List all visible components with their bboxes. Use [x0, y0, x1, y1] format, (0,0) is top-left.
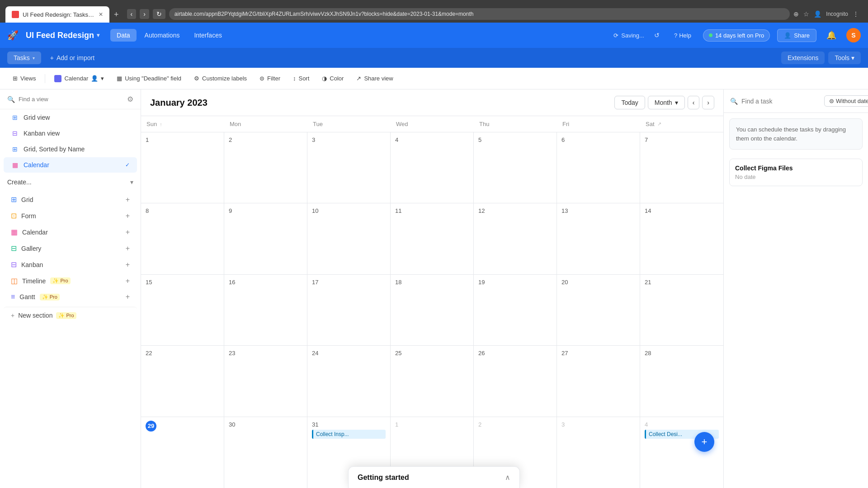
fab-button[interactable]: + [694, 432, 714, 452]
today-button[interactable]: Today [614, 96, 645, 109]
cal-cell-jan10[interactable]: 10 [307, 203, 391, 274]
cal-cell-jan11[interactable]: 11 [391, 203, 474, 274]
cal-cell-feb3[interactable]: 3 [557, 417, 640, 488]
filter-button[interactable]: ⊜ Filter [254, 72, 286, 84]
toast-collapse-icon[interactable]: ∧ [505, 473, 510, 482]
sidebar-gear-icon[interactable]: ⚙ [127, 95, 133, 103]
getting-started-toast[interactable]: Getting started ∧ [348, 466, 520, 488]
color-button[interactable]: ◑ Color [316, 72, 349, 84]
day-sort-icon-sun[interactable]: ↑ [160, 122, 162, 127]
sidebar-item-kanban-view[interactable]: ⊟ Kanban view [4, 126, 137, 141]
sort-button[interactable]: ↕ Sort [288, 72, 315, 84]
create-gantt-plus-icon[interactable]: + [126, 293, 130, 301]
cal-cell-jan8[interactable]: 8 [141, 203, 224, 274]
create-gantt-button[interactable]: ≡ Gantt ✨ Pro + [4, 289, 137, 305]
create-grid-plus-icon[interactable]: + [126, 196, 130, 204]
cal-cell-jan6[interactable]: 6 [557, 132, 640, 203]
avatar[interactable]: S [846, 28, 861, 42]
share-button[interactable]: 👤 Share [777, 29, 816, 42]
nav-data-button[interactable]: Data [110, 29, 137, 42]
cal-cell-jan5[interactable]: 5 [474, 132, 557, 203]
month-button[interactable]: Month ▾ [648, 96, 685, 109]
cal-cell-jan25[interactable]: 25 [391, 346, 474, 416]
cal-cell-jan28[interactable]: 28 [640, 346, 723, 416]
create-kanban-plus-icon[interactable]: + [126, 261, 130, 269]
pro-badge[interactable]: 14 days left on Pro [703, 29, 770, 42]
cal-cell-jan26[interactable]: 26 [474, 346, 557, 416]
calendar-view-button[interactable]: Calendar 👤 ▾ [49, 72, 109, 85]
cal-cell-jan20[interactable]: 20 [557, 275, 640, 345]
notifications-button[interactable]: 🔔 [824, 28, 839, 43]
create-chevron-icon[interactable]: ▾ [130, 178, 133, 186]
create-calendar-plus-icon[interactable]: + [126, 228, 130, 236]
help-button[interactable]: ? Help [670, 29, 696, 42]
new-tab-button[interactable]: + [109, 6, 123, 23]
create-timeline-plus-icon[interactable]: + [126, 277, 130, 285]
cal-cell-jan1[interactable]: 1 [141, 132, 224, 203]
cal-cell-jan30[interactable]: 30 [224, 417, 307, 488]
sidebar-search-input[interactable] [19, 96, 123, 103]
bookmark-icon[interactable]: ☆ [803, 10, 809, 18]
customize-labels-button[interactable]: ⚙ Customize labels [189, 72, 252, 84]
create-gallery-plus-icon[interactable]: + [126, 244, 130, 253]
cal-cell-jan21[interactable]: 21 [640, 275, 723, 345]
prev-month-button[interactable]: ‹ [688, 96, 700, 109]
cal-cell-jan12[interactable]: 12 [474, 203, 557, 274]
cal-cell-jan16[interactable]: 16 [224, 275, 307, 345]
create-form-button[interactable]: ⊡ Form + [4, 208, 137, 224]
cal-cell-feb4[interactable]: 4 Collect Desi... [640, 417, 723, 488]
cal-cell-jan18[interactable]: 18 [391, 275, 474, 345]
browser-tab[interactable]: UI Feed Redesign: Tasks - Airtabl... ✕ [5, 6, 109, 23]
sidebar-item-grid-view[interactable]: ⊞ Grid view [4, 110, 137, 125]
right-panel-search-input[interactable] [741, 98, 821, 105]
cal-cell-jan13[interactable]: 13 [557, 203, 640, 274]
create-grid-button[interactable]: ⊞ Grid + [4, 192, 137, 207]
cal-cell-jan17[interactable]: 17 [307, 275, 391, 345]
cal-cell-jan15[interactable]: 15 [141, 275, 224, 345]
tasks-tab[interactable]: Tasks ▾ [7, 52, 41, 64]
sidebar-item-calendar[interactable]: ▦ Calendar ✓ [4, 157, 137, 173]
cal-cell-jan19[interactable]: 19 [474, 275, 557, 345]
new-section-button[interactable]: + New section ✨ Pro [4, 307, 137, 324]
next-month-button[interactable]: › [702, 96, 714, 109]
cal-cell-jan2[interactable]: 2 [224, 132, 307, 203]
extensions-button[interactable]: Extensions [781, 52, 825, 64]
create-gallery-button[interactable]: ⊟ Gallery + [4, 240, 137, 256]
cal-cell-jan22[interactable]: 22 [141, 346, 224, 416]
add-import-button[interactable]: + Add or import [45, 52, 100, 64]
panel-task-collect-figma[interactable]: Collect Figma Files No date [729, 159, 863, 186]
menu-icon[interactable]: ⋮ [853, 10, 859, 18]
cast-icon[interactable]: ⊕ [793, 10, 799, 18]
forward-button[interactable]: › [140, 9, 149, 19]
day-sort-icon-sat[interactable]: ↗ [657, 121, 661, 127]
tools-button[interactable]: Tools ▾ [828, 52, 861, 64]
create-form-plus-icon[interactable]: + [126, 212, 130, 220]
history-button[interactable]: ↺ [651, 29, 662, 42]
using-field-button[interactable]: ▦ Using "Deadline" field [111, 72, 187, 84]
cal-cell-jan29[interactable]: 29 [141, 417, 224, 488]
profile-icon[interactable]: 👤 [814, 10, 821, 18]
cal-cell-jan14[interactable]: 14 [640, 203, 723, 274]
tab-close-icon[interactable]: ✕ [99, 11, 103, 18]
back-button[interactable]: ‹ [127, 9, 137, 19]
without-dates-button[interactable]: ⊜ Without dates [824, 95, 868, 107]
project-title[interactable]: UI Feed Redesign ▾ [26, 31, 99, 40]
cal-cell-jan27[interactable]: 27 [557, 346, 640, 416]
share-view-button[interactable]: ↗ Share view [351, 72, 398, 84]
sidebar-item-grid-sorted[interactable]: ⊞ Grid, Sorted by Name [4, 141, 137, 157]
nav-interfaces-button[interactable]: Interfaces [188, 29, 228, 42]
cal-cell-jan24[interactable]: 24 [307, 346, 391, 416]
address-bar[interactable]: airtable.com/appnB2PYqtdgiMrZG/tbliXpR4Z… [169, 8, 790, 20]
create-kanban-button[interactable]: ⊟ Kanban + [4, 257, 137, 272]
refresh-button[interactable]: ↻ [153, 9, 165, 19]
collect-inspiration-event[interactable]: Collect Insp... [312, 430, 386, 439]
app-logo-icon[interactable]: 🚀 [7, 30, 19, 41]
cal-cell-jan4[interactable]: 4 [391, 132, 474, 203]
views-button[interactable]: ⊞ Views [7, 72, 41, 84]
cal-cell-jan23[interactable]: 23 [224, 346, 307, 416]
cal-cell-jan9[interactable]: 9 [224, 203, 307, 274]
cal-cell-jan7[interactable]: 7 [640, 132, 723, 203]
create-calendar-button[interactable]: ▦ Calendar + [4, 224, 137, 240]
create-timeline-button[interactable]: ◫ Timeline ✨ Pro + [4, 273, 137, 289]
cal-cell-jan3[interactable]: 3 [307, 132, 391, 203]
